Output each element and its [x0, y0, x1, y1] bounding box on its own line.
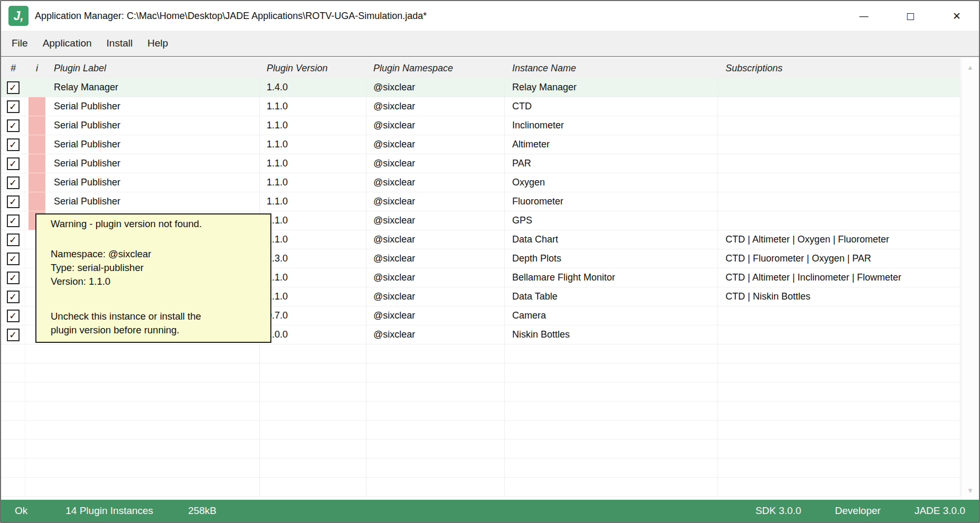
instance-name-cell: Data Table — [505, 287, 718, 306]
plugin-label-cell: Serial Publisher — [49, 116, 260, 135]
warning-indicator[interactable] — [29, 116, 45, 135]
row-checkbox[interactable]: ✓ — [7, 329, 20, 341]
row-checkbox[interactable]: ✓ — [7, 81, 20, 94]
table-row[interactable]: ✓Serial Publisher1.1.0@sixclearAltimeter — [1, 135, 960, 154]
empty-cell — [1, 382, 25, 401]
row-checkbox[interactable]: ✓ — [7, 157, 20, 170]
row-checkbox[interactable]: ✓ — [7, 291, 20, 303]
empty-cell — [25, 421, 49, 439]
empty-cell — [1, 401, 25, 420]
empty-cell — [260, 344, 366, 363]
plugin-namespace-cell: @sixclear — [366, 211, 505, 230]
title-bar: J, Application Manager: C:\Mac\Home\Desk… — [1, 1, 979, 31]
row-checkbox-cell: ✓ — [1, 325, 25, 344]
plugin-label-cell: Serial Publisher — [49, 97, 260, 116]
row-checkbox-cell: ✓ — [1, 116, 25, 135]
menu-file[interactable]: File — [4, 31, 35, 56]
plugin-version-cell: 1.0.0 — [260, 325, 366, 344]
application-manager-window: J, Application Manager: C:\Mac\Home\Desk… — [0, 0, 980, 523]
plugin-namespace-cell: @sixclear — [366, 306, 505, 325]
scroll-down-icon[interactable]: ▼ — [962, 487, 979, 494]
status-bar: Ok 14 Plugin Instances 258kB SDK 3.0.0 D… — [1, 500, 979, 522]
scroll-up-icon[interactable]: ▲ — [962, 63, 979, 71]
menu-help[interactable]: Help — [140, 31, 175, 56]
plugin-version-cell: 1.1.0 — [260, 192, 366, 211]
row-checkbox[interactable]: ✓ — [7, 195, 20, 208]
row-checkbox-cell: ✓ — [1, 173, 25, 192]
row-checkbox[interactable]: ✓ — [7, 119, 20, 132]
empty-cell — [49, 344, 260, 363]
plugin-version-cell: 1.1.0 — [260, 97, 366, 116]
maximize-button[interactable]: □ — [896, 4, 925, 27]
menu-bar: File Application Install Help — [1, 31, 979, 56]
row-checkbox-cell: ✓ — [1, 268, 25, 287]
row-checkbox[interactable]: ✓ — [7, 310, 20, 322]
check-icon: ✓ — [9, 121, 17, 130]
subscriptions-cell — [718, 116, 960, 135]
subscriptions-cell — [718, 97, 960, 116]
status-plugin-instances: 14 Plugin Instances — [65, 505, 153, 517]
warning-indicator[interactable] — [29, 135, 45, 154]
row-info-cell — [25, 154, 49, 173]
empty-cell — [718, 344, 960, 363]
check-icon: ✓ — [9, 254, 17, 264]
menu-application[interactable]: Application — [35, 31, 99, 56]
empty-row — [1, 363, 960, 382]
warning-indicator[interactable] — [29, 173, 45, 192]
row-checkbox[interactable]: ✓ — [7, 214, 20, 227]
warning-indicator[interactable] — [29, 192, 45, 211]
empty-cell — [49, 382, 260, 401]
empty-cell — [505, 421, 718, 439]
status-mode: Developer — [835, 505, 881, 517]
plugin-version-cell: 2.3.0 — [260, 249, 366, 268]
app-logo-icon: J, — [8, 6, 29, 26]
plugin-label-cell: Serial Publisher — [49, 192, 260, 211]
close-button[interactable]: ✕ — [942, 4, 972, 27]
table-row[interactable]: ✓Relay Manager1.4.0@sixclearRelay Manage… — [1, 78, 960, 97]
table-row[interactable]: ✓Serial Publisher1.1.0@sixclearFluoromet… — [1, 192, 960, 211]
subscriptions-cell: CTD | Fluorometer | Oxygen | PAR — [718, 249, 960, 268]
empty-cell — [366, 363, 505, 382]
empty-row — [1, 421, 960, 440]
empty-cell — [25, 382, 49, 401]
row-checkbox[interactable]: ✓ — [7, 138, 20, 151]
plugin-version-cell: 1.1.0 — [260, 116, 366, 135]
row-checkbox[interactable]: ✓ — [7, 100, 20, 113]
plugin-namespace-cell: @sixclear — [366, 192, 505, 211]
row-checkbox-cell: ✓ — [1, 78, 25, 97]
warning-indicator[interactable] — [29, 154, 45, 173]
header-instance-name: Instance Name — [505, 63, 718, 74]
minimize-button[interactable]: — — [849, 4, 879, 27]
plugin-namespace-cell: @sixclear — [366, 116, 505, 135]
warning-indicator[interactable] — [29, 97, 45, 116]
empty-cell — [260, 459, 366, 477]
tooltip-advice-line1: Uncheck this instance or install the — [51, 310, 266, 323]
empty-cell — [1, 363, 25, 382]
table-row[interactable]: ✓Serial Publisher1.1.0@sixclearOxygen — [1, 173, 960, 192]
empty-cell — [49, 363, 260, 382]
table-row[interactable]: ✓Serial Publisher1.1.0@sixclearCTD — [1, 97, 960, 116]
vertical-scrollbar[interactable]: ▲ ▼ — [961, 58, 979, 500]
empty-cell — [366, 401, 505, 420]
row-checkbox[interactable]: ✓ — [7, 272, 20, 284]
row-checkbox[interactable]: ✓ — [7, 176, 20, 189]
table-header: # i Plugin Label Plugin Version Plugin N… — [1, 58, 960, 78]
empty-row — [1, 459, 960, 478]
tooltip-version: Version: 1.1.0 — [51, 275, 266, 288]
table-row[interactable]: ✓Serial Publisher1.1.0@sixclearInclinome… — [1, 116, 960, 135]
row-info-cell — [25, 135, 49, 154]
plugin-version-cell: 1.4.0 — [260, 78, 366, 97]
plugin-namespace-cell: @sixclear — [366, 287, 505, 306]
row-checkbox[interactable]: ✓ — [7, 253, 20, 265]
check-icon: ✓ — [9, 178, 17, 188]
table-row[interactable]: ✓Serial Publisher1.1.0@sixclearPAR — [1, 154, 960, 173]
empty-cell — [505, 382, 718, 401]
plugin-label-cell: Relay Manager — [49, 78, 260, 97]
header-num: # — [1, 63, 25, 74]
row-checkbox-cell: ✓ — [1, 154, 25, 173]
empty-cell — [25, 401, 49, 420]
row-checkbox[interactable]: ✓ — [7, 234, 20, 246]
subscriptions-cell — [718, 135, 960, 154]
menu-install[interactable]: Install — [99, 31, 140, 56]
empty-row — [1, 401, 960, 421]
